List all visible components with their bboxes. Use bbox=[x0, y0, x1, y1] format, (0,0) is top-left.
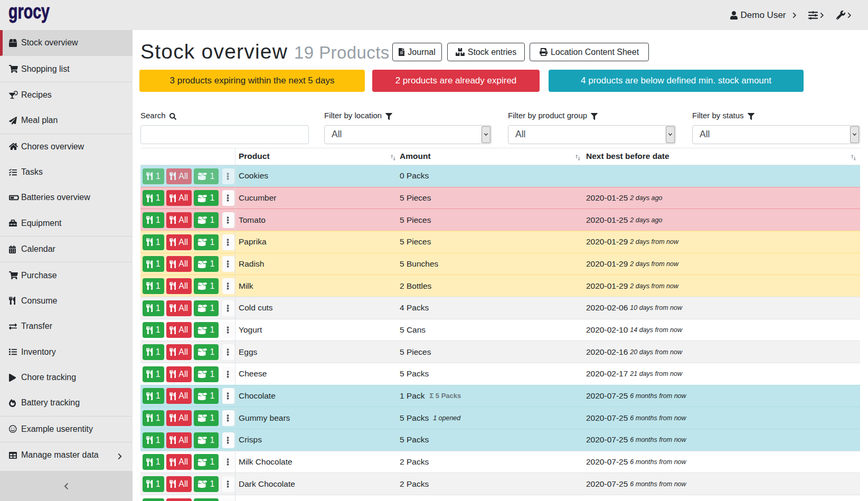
svg-text:grocy: grocy bbox=[8, 1, 50, 23]
